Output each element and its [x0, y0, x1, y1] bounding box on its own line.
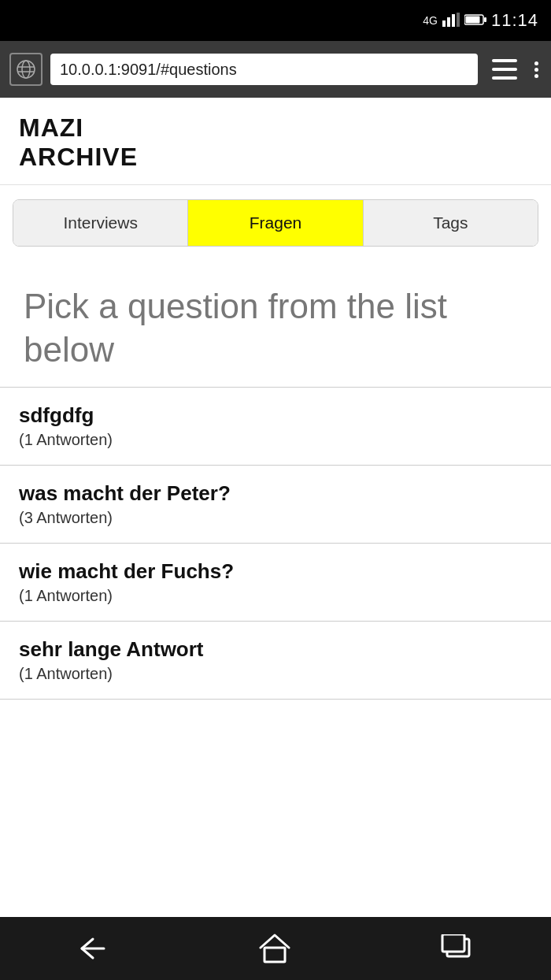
tab-fragen[interactable]: Fragen	[188, 200, 363, 246]
tab-interviews[interactable]: Interviews	[13, 200, 188, 246]
question-title: was macht der Peter?	[19, 481, 532, 506]
question-count: (1 Antworten)	[19, 431, 532, 449]
question-count: (1 Antworten)	[19, 665, 532, 683]
svg-rect-6	[465, 16, 479, 23]
tab-bar: Interviews Fragen Tags	[13, 199, 538, 247]
question-list: sdfgdfg (1 Antworten) was macht der Pete…	[0, 388, 551, 700]
svg-point-8	[22, 61, 30, 78]
svg-point-7	[17, 61, 35, 78]
status-bar: 4G 11:14	[0, 0, 551, 41]
question-item[interactable]: wie macht der Fuchs? (1 Antworten)	[0, 544, 551, 622]
browser-menu-button[interactable]	[486, 56, 523, 83]
question-title: wie macht der Fuchs?	[19, 559, 532, 584]
svg-rect-0	[442, 20, 446, 27]
svg-rect-13	[492, 76, 517, 80]
data-icon: 4G	[423, 14, 438, 27]
svg-rect-12	[492, 68, 517, 71]
status-time: 11:14	[491, 10, 538, 31]
svg-rect-3	[457, 13, 460, 27]
browser-bar: 10.0.0.1:9091/#questions	[0, 41, 551, 98]
question-count: (1 Antworten)	[19, 587, 532, 605]
question-item[interactable]: sehr lange Antwort (1 Antworten)	[0, 622, 551, 700]
signal-icon	[442, 13, 460, 29]
question-item[interactable]: sdfgdfg (1 Antworten)	[0, 388, 551, 466]
app-title: MAZI ARCHIVE	[19, 113, 532, 172]
svg-rect-1	[447, 17, 450, 27]
url-bar[interactable]: 10.0.0.1:9091/#questions	[50, 54, 478, 85]
tab-tags[interactable]: Tags	[364, 200, 538, 246]
question-count: (3 Antworten)	[19, 509, 532, 527]
question-item[interactable]: was macht der Peter? (3 Antworten)	[0, 466, 551, 544]
home-button[interactable]	[259, 934, 290, 963]
nav-bar	[0, 917, 551, 980]
svg-rect-11	[492, 59, 517, 62]
svg-rect-17	[442, 934, 464, 952]
instruction-text: Pick a question from the list below	[0, 261, 551, 387]
url-text: 10.0.0.1:9091/#questions	[60, 61, 237, 79]
back-button[interactable]	[76, 936, 109, 961]
recent-button[interactable]	[441, 934, 475, 963]
svg-rect-5	[484, 17, 486, 22]
app-header: MAZI ARCHIVE	[0, 98, 551, 185]
battery-icon	[464, 13, 486, 28]
svg-rect-15	[264, 948, 285, 962]
svg-rect-2	[452, 14, 455, 27]
question-title: sehr lange Antwort	[19, 637, 532, 662]
question-title: sdfgdfg	[19, 403, 532, 428]
browser-overflow-button[interactable]	[531, 58, 542, 81]
globe-icon	[9, 53, 43, 86]
